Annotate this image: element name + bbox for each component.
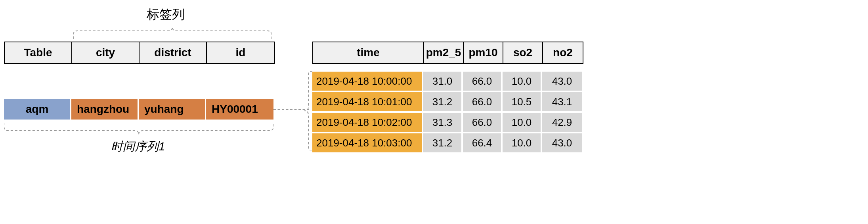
left-cell-id: HY00001 xyxy=(206,99,273,120)
right-data-rows: 2019-04-18 10:00:00 31.0 66.0 10.0 43.0 … xyxy=(312,72,583,152)
left-header-district: district xyxy=(140,42,207,63)
timeseries-label: 时间序列1 xyxy=(111,139,165,155)
left-header-table: Table xyxy=(5,42,72,63)
cell-pm10: 66.0 xyxy=(463,113,503,132)
cell-pm25: 31.2 xyxy=(423,133,463,152)
cell-so2: 10.0 xyxy=(503,113,542,132)
connector-line-icon xyxy=(273,109,309,110)
cell-so2: 10.0 xyxy=(503,133,542,152)
right-header-so2: so2 xyxy=(503,42,543,63)
cell-no2: 43.0 xyxy=(542,133,582,152)
left-header-city: city xyxy=(72,42,140,63)
cell-time: 2019-04-18 10:01:00 xyxy=(312,92,423,111)
cell-pm25: 31.3 xyxy=(423,113,463,132)
tag-column-label: 标签列 xyxy=(147,6,185,23)
cell-no2: 43.1 xyxy=(542,92,582,111)
cell-time: 2019-04-18 10:03:00 xyxy=(312,133,423,152)
table-row: 2019-04-18 10:01:00 31.2 66.0 10.5 43.1 xyxy=(312,92,583,111)
left-cell-city: hangzhou xyxy=(71,99,139,120)
cell-no2: 42.9 xyxy=(542,113,582,132)
cell-so2: 10.0 xyxy=(503,72,542,91)
cell-time: 2019-04-18 10:02:00 xyxy=(312,113,423,132)
left-cell-district: yuhang xyxy=(139,99,206,120)
table-row: 2019-04-18 10:03:00 31.2 66.4 10.0 43.0 xyxy=(312,133,583,152)
cell-time: 2019-04-18 10:00:00 xyxy=(312,72,423,91)
right-header-row: time pm2_5 pm10 so2 no2 xyxy=(312,42,583,64)
cell-pm25: 31.2 xyxy=(423,92,463,111)
cell-pm10: 66.4 xyxy=(463,133,503,152)
right-table: time pm2_5 pm10 so2 no2 2019-04-18 10:00… xyxy=(312,42,583,154)
right-header-no2: no2 xyxy=(543,42,583,63)
right-header-pm10: pm10 xyxy=(464,42,503,63)
cell-pm10: 66.0 xyxy=(463,92,503,111)
left-table-data-row: aqm hangzhou yuhang HY00001 xyxy=(4,99,273,120)
right-header-pm25: pm2_5 xyxy=(424,42,464,63)
right-header-time: time xyxy=(313,42,424,63)
cell-no2: 43.0 xyxy=(542,72,582,91)
table-row: 2019-04-18 10:02:00 31.3 66.0 10.0 42.9 xyxy=(312,113,583,132)
left-table-header-row: Table city district id xyxy=(4,42,275,64)
cell-pm10: 66.0 xyxy=(463,72,503,91)
table-row: 2019-04-18 10:00:00 31.0 66.0 10.0 43.0 xyxy=(312,72,583,91)
cell-pm25: 31.0 xyxy=(423,72,463,91)
left-bracket-right-icon xyxy=(304,71,312,150)
cell-so2: 10.5 xyxy=(503,92,542,111)
left-header-id: id xyxy=(207,42,274,63)
bottom-bracket-icon xyxy=(4,123,273,135)
left-cell-table: aqm xyxy=(4,99,71,120)
top-bracket-icon xyxy=(73,27,271,39)
